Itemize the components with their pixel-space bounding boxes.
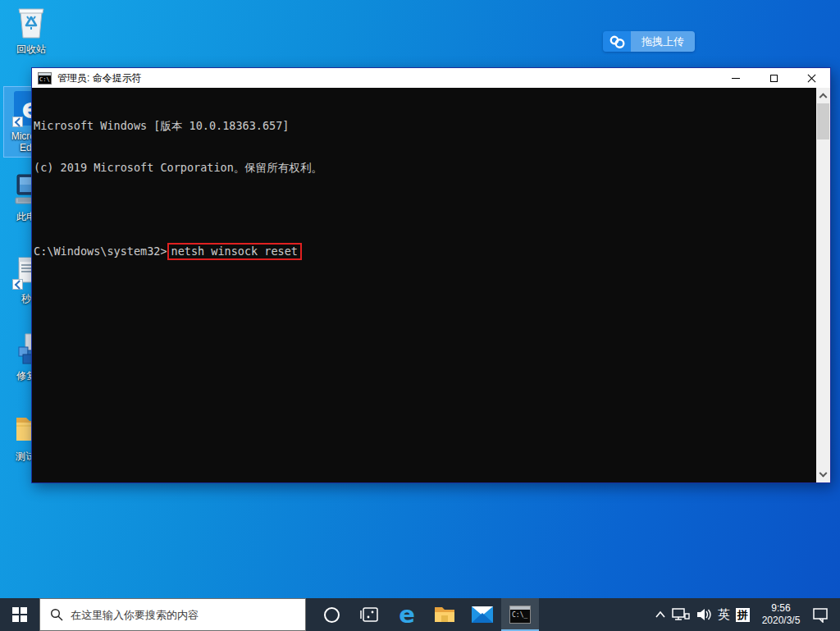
close-icon [807, 74, 816, 83]
window-title: 管理员: 命令提示符 [57, 71, 142, 85]
minimize-icon [732, 78, 740, 79]
scrollbar-down-arrow[interactable] [816, 469, 830, 482]
clock-date: 2020/3/5 [756, 615, 806, 627]
taskbar-clock[interactable]: 9:56 2020/3/5 [756, 602, 806, 627]
taskbar-command-prompt-button[interactable] [501, 598, 539, 631]
taskbar-mail-button[interactable] [463, 598, 501, 631]
ime-pinyin-icon: 拼 [736, 608, 750, 622]
baidu-netdisk-upload-button[interactable]: 拖拽上传 [603, 31, 695, 52]
maximize-button[interactable] [755, 68, 792, 88]
minimize-button[interactable] [717, 68, 755, 88]
windows-logo-icon [12, 607, 27, 622]
console-line-blank [34, 203, 814, 217]
speaker-icon [696, 607, 712, 622]
command-prompt-window: 管理员: 命令提示符 Microsoft Windows [版本 10.0.18… [31, 67, 831, 483]
chevron-up-icon [655, 610, 666, 620]
action-center-button[interactable] [812, 598, 829, 631]
start-button[interactable] [0, 598, 39, 631]
file-explorer-icon [434, 606, 455, 624]
console-prompt: C:\Windows\system32> [34, 245, 167, 258]
scrollbar-thumb[interactable] [817, 103, 829, 139]
console-scrollbar[interactable] [816, 88, 830, 482]
console-command-highlighted: netsh winsock reset [167, 243, 302, 260]
close-button[interactable] [792, 68, 830, 88]
tray-network-button[interactable] [672, 598, 690, 631]
desktop: 回收站 e Microsoft Edge 此电脑 [0, 0, 840, 631]
upload-button-label: 拖拽上传 [631, 31, 695, 52]
window-controls [717, 68, 830, 88]
taskbar-file-explorer-button[interactable] [426, 598, 463, 631]
console-line-copyright: (c) 2019 Microsoft Corporation。保留所有权利。 [34, 161, 814, 175]
taskbar-search-box[interactable] [39, 598, 306, 631]
shortcut-arrow-icon [12, 279, 23, 290]
taskbar-edge-button[interactable]: e [388, 598, 426, 631]
cortana-icon [324, 607, 340, 623]
tray-volume-button[interactable] [696, 598, 712, 631]
mail-icon [472, 606, 493, 623]
taskbar-cortana-button[interactable] [313, 598, 350, 631]
tray-language-indicator[interactable]: 英 [718, 598, 730, 631]
search-input[interactable] [71, 609, 295, 621]
scrollbar-up-arrow[interactable] [816, 88, 830, 102]
console-area[interactable]: Microsoft Windows [版本 10.0.18363.657] (c… [32, 88, 830, 482]
clock-time: 9:56 [756, 602, 806, 615]
maximize-icon [770, 75, 778, 82]
tray-ime-button[interactable]: 拼 [736, 598, 750, 631]
shortcut-arrow-icon [12, 117, 23, 127]
task-view-icon [360, 607, 378, 622]
tray-show-hidden-icons-button[interactable] [655, 598, 666, 631]
system-tray: 英 拼 9:56 2020/3/5 [655, 598, 840, 631]
cmd-window-icon [38, 72, 52, 85]
action-center-icon [812, 607, 829, 623]
taskbar: e [0, 598, 840, 631]
desktop-icon-label: 回收站 [16, 43, 46, 55]
edge-icon: e [399, 603, 415, 627]
console-prompt-line: C:\Windows\system32>netsh winsock reset [34, 245, 814, 258]
recycle-bin-icon [11, 2, 51, 41]
console-line-version: Microsoft Windows [版本 10.0.18363.657] [34, 119, 814, 133]
taskbar-apps: e [313, 598, 539, 631]
network-ethernet-icon [672, 607, 690, 622]
console-output: Microsoft Windows [版本 10.0.18363.657] (c… [34, 91, 814, 286]
baidu-netdisk-cloud-icon [603, 31, 631, 52]
window-titlebar[interactable]: 管理员: 命令提示符 [32, 68, 830, 88]
search-icon [50, 608, 63, 621]
desktop-icon-recycle-bin[interactable]: 回收站 [4, 2, 58, 55]
command-prompt-icon [509, 606, 531, 624]
taskbar-task-view-button[interactable] [350, 598, 388, 631]
